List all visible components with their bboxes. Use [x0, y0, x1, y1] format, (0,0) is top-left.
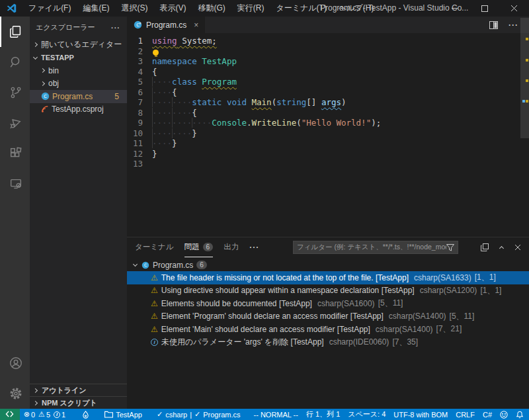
tree-item-bin[interactable]: bin	[30, 64, 127, 77]
split-editor-icon[interactable]	[489, 21, 498, 29]
tree-item-label: 開いているエディター	[41, 39, 122, 50]
svg-text:C: C	[144, 263, 147, 267]
section-0[interactable]: アウトライン	[30, 384, 127, 396]
remote-explorer-icon[interactable]	[0, 169, 30, 199]
code-token: static	[192, 97, 222, 107]
code-token: {	[152, 67, 157, 77]
indent-whitespace: ····	[152, 77, 172, 87]
search-icon[interactable]	[0, 47, 30, 77]
problems-filter-input[interactable]: フィルター (例: テキスト、**/*.ts、!**/node_modules/…	[293, 241, 458, 254]
remote-indicator[interactable]	[0, 409, 20, 420]
menu-item-5[interactable]: 実行(R)	[231, 0, 270, 17]
panel-tab-1[interactable]: 問題6	[184, 237, 214, 257]
code-token: string	[276, 97, 306, 107]
maximize-panel-icon[interactable]	[499, 246, 504, 251]
close-panel-icon[interactable]	[514, 244, 521, 251]
problem-source: csharp(IDE0060)	[329, 337, 389, 347]
maximize-button[interactable]	[469, 0, 499, 17]
csharp-file-icon: C #	[134, 21, 142, 29]
csharp-file-icon: C	[41, 92, 50, 101]
problem-row-4[interactable]: ⚠Element 'Main' should declare an access…	[127, 323, 529, 336]
section-label: NPM スクリプト	[42, 398, 97, 408]
panel-actions	[481, 237, 521, 257]
menu-item-2[interactable]: 選択(S)	[115, 0, 153, 17]
source-control-icon[interactable]	[0, 77, 30, 108]
panel-more-tabs-icon[interactable]: ···	[249, 243, 259, 252]
error-circle-icon: ⊗	[24, 411, 30, 418]
project-name: TestApp	[116, 411, 142, 419]
title-bar: ファイル(F)編集(E)選択(S)表示(V)移動(G)実行(R)ターミナル(T)…	[0, 0, 529, 17]
tree-item-label: obj	[48, 79, 59, 88]
indentation-status[interactable]: スペース: 4	[344, 409, 389, 420]
svg-text:C: C	[44, 94, 47, 99]
problem-row-3[interactable]: ⚠Element 'Program' should declare an acc…	[127, 310, 529, 323]
indent-whitespace: ········	[152, 97, 192, 107]
account-icon[interactable]	[0, 348, 30, 378]
editor-scrollbar[interactable]	[520, 18, 529, 138]
flame-status[interactable]	[79, 409, 93, 420]
lightbulb-icon[interactable]	[153, 50, 159, 56]
menu-item-4[interactable]: 移動(G)	[192, 0, 231, 17]
tree-item-testapp[interactable]: TESTAPP	[30, 52, 127, 65]
project-status[interactable]: TestApp	[101, 409, 146, 420]
activity-bar-bottom	[0, 348, 30, 409]
warning-triangle-icon: ⚠	[151, 300, 158, 308]
line-number: 8	[127, 108, 152, 118]
cursor-position-status[interactable]: 行 1、列 1	[302, 409, 344, 420]
tab-program-cs[interactable]: C # Program.cs ×	[127, 17, 205, 33]
feedback-status[interactable]	[496, 409, 512, 420]
encoding-status[interactable]: UTF-8 with BOM	[389, 409, 452, 420]
problem-row-5[interactable]: i未使用のパラメーター 'args' を削除 [TestApp]csharp(I…	[127, 336, 529, 349]
editor-more-actions-icon[interactable]: ···	[509, 21, 518, 30]
tree-item--[interactable]: 開いているエディター	[30, 38, 127, 52]
eol-status[interactable]: CRLF	[452, 409, 479, 420]
chevron-right-icon	[33, 388, 38, 392]
tree-item-label: TestApp.csproj	[52, 105, 104, 114]
omnisharp-status[interactable]: ✓ csharp | ✓ Program.cs	[153, 409, 245, 420]
vscode-logo-icon	[6, 3, 17, 14]
code-line-7: 7········static void Main(string[] args)	[127, 97, 529, 108]
problem-row-2[interactable]: ⚠Elements should be documented [TestApp]…	[127, 297, 529, 310]
language-mode-status[interactable]: C#	[479, 409, 496, 420]
feedback-smiley-icon	[500, 411, 508, 419]
explorer-icon[interactable]	[0, 17, 30, 47]
problem-row-1[interactable]: ⚠Using directive should appear within a …	[127, 284, 529, 298]
line-number: 12	[127, 149, 152, 159]
problem-count-badge: 5	[114, 92, 119, 101]
menu-item-1[interactable]: 編集(E)	[77, 0, 115, 17]
tree-item-obj[interactable]: obj	[30, 77, 127, 91]
menu-item-3[interactable]: 表示(V)	[153, 0, 192, 17]
settings-gear-icon[interactable]	[0, 378, 30, 409]
code-token: TestApp	[202, 56, 237, 66]
tree-item-program-cs[interactable]: CProgram.cs5	[30, 90, 127, 103]
panel-tab-0[interactable]: ターミナル	[135, 237, 174, 257]
problem-message: Elements should be documented [TestApp]	[161, 299, 312, 308]
separator: |	[190, 411, 192, 419]
menu-item-0[interactable]: ファイル(F)	[22, 0, 77, 17]
tab-close-icon[interactable]: ×	[194, 21, 198, 30]
vim-mode-status[interactable]: -- NORMAL --	[250, 409, 302, 420]
line-content: ········static void Main(string[] args)	[152, 97, 346, 108]
code-token: .	[247, 118, 252, 128]
minimize-button[interactable]	[440, 0, 469, 17]
tree-item-testapp-csproj[interactable]: TestApp.csproj	[30, 103, 127, 116]
warning-triangle-icon: ⚠	[151, 312, 158, 320]
code-line-1: 1using System;	[127, 36, 529, 46]
open-in-editor-icon[interactable]	[481, 243, 489, 251]
group-count-badge: 6	[196, 261, 207, 269]
problem-row-0[interactable]: ⚠The file header is missing or not locat…	[127, 271, 529, 284]
problems-file-group[interactable]: C Program.cs 6	[127, 259, 529, 271]
panel-tab-2[interactable]: 出力	[224, 237, 239, 257]
extensions-icon[interactable]	[0, 138, 30, 169]
notifications-status[interactable]	[512, 409, 529, 420]
overview-warning-mark	[526, 38, 528, 40]
problems-status[interactable]: ⊗ 0 ⚠ 5 i 1	[20, 409, 69, 420]
problem-message: Using directive should appear within a n…	[161, 286, 415, 295]
section-1[interactable]: NPM スクリプト	[30, 396, 127, 409]
code-token: []	[306, 97, 321, 107]
problem-source: csharp(SA1633)	[414, 273, 471, 282]
explorer-more-actions-icon[interactable]: ···	[111, 24, 120, 32]
close-button[interactable]	[499, 0, 529, 17]
problem-source: csharp(SA1400)	[376, 325, 433, 334]
run-and-debug-icon[interactable]	[0, 108, 30, 138]
